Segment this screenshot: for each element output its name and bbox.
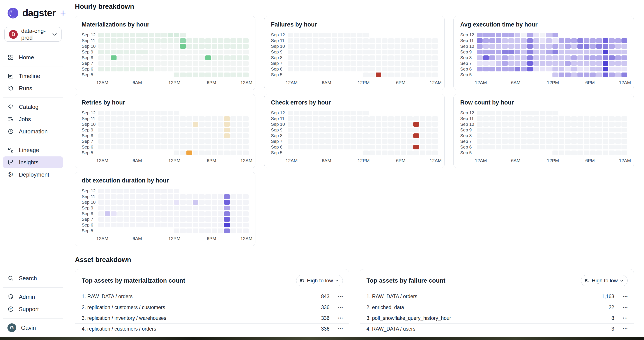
heatmap-cell bbox=[382, 111, 388, 115]
heatmap-cell bbox=[288, 116, 293, 121]
heatmap-cells bbox=[477, 33, 627, 37]
heatmap-cell bbox=[376, 72, 381, 77]
heatmap-cell bbox=[394, 145, 400, 150]
heatmap-cell bbox=[596, 67, 602, 72]
sidebar-item-timeline[interactable]: Timeline bbox=[3, 70, 63, 82]
heatmap-cells bbox=[477, 38, 627, 43]
sidebar-item-admin[interactable]: Admin bbox=[3, 291, 63, 303]
heatmap-cell bbox=[186, 38, 192, 43]
row-menu-button[interactable]: ••• bbox=[337, 294, 344, 300]
heatmap-cell bbox=[552, 50, 558, 54]
sidebar-item-user[interactable]: G Gavin bbox=[3, 322, 63, 334]
sidebar-item-search[interactable]: Search bbox=[3, 272, 63, 284]
x-tick-label: 6AM bbox=[322, 80, 331, 85]
heatmap-cell bbox=[558, 56, 564, 60]
desktop-wallpaper-edge bbox=[0, 337, 644, 340]
heatmap-cell bbox=[243, 38, 248, 43]
heatmap-cell bbox=[558, 44, 564, 49]
row-menu-button[interactable]: ••• bbox=[622, 326, 629, 332]
sidebar-item-lineage[interactable]: Lineage bbox=[3, 144, 63, 156]
heatmap-cell bbox=[394, 61, 400, 66]
heatmap-cell bbox=[205, 116, 211, 121]
row-menu-button[interactable]: ••• bbox=[622, 304, 629, 310]
shield-icon bbox=[8, 294, 14, 300]
heatmap-cell bbox=[540, 67, 546, 72]
heatmap-cell bbox=[552, 61, 558, 66]
heatmap-cell bbox=[357, 38, 362, 43]
sidebar-item-label: Jobs bbox=[19, 116, 31, 123]
heatmap-cell bbox=[590, 134, 596, 138]
heatmap-cell bbox=[136, 223, 142, 228]
sidebar-item-support[interactable]: ? Support bbox=[3, 303, 63, 315]
heatmap-cell bbox=[105, 217, 110, 222]
heatmap-cell bbox=[325, 44, 331, 49]
heatmap-cell bbox=[117, 200, 123, 204]
sidebar-item-label: Runs bbox=[19, 85, 32, 92]
heatmap-cell bbox=[426, 116, 432, 121]
jobs-icon bbox=[8, 116, 14, 122]
heatmap-cell bbox=[325, 128, 331, 132]
row-menu-button[interactable]: ••• bbox=[622, 315, 629, 321]
heatmap-cell bbox=[496, 33, 502, 37]
heatmap-cell bbox=[534, 139, 539, 144]
heatmap-cells bbox=[98, 217, 248, 222]
row-menu-button[interactable]: ••• bbox=[337, 326, 344, 332]
heatmap-cell bbox=[117, 145, 123, 150]
heatmap-cell bbox=[382, 56, 388, 60]
heatmap-cells bbox=[98, 212, 248, 216]
sort-order-dropdown[interactable]: High to low bbox=[581, 275, 628, 286]
heatmap-cell bbox=[180, 67, 186, 72]
row-menu-button[interactable]: ••• bbox=[622, 294, 629, 300]
heatmap-cell bbox=[105, 150, 110, 155]
heatmap-cell bbox=[199, 223, 204, 228]
heatmap-cell bbox=[117, 139, 123, 144]
heatmap-cell bbox=[325, 50, 331, 54]
heatmap-cell bbox=[224, 67, 230, 72]
sidebar-item-deployment[interactable]: ⚙ Deployment bbox=[3, 169, 63, 180]
heatmap-cell bbox=[98, 44, 104, 49]
row-menu-button[interactable]: ••• bbox=[337, 304, 344, 310]
heatmap-cell bbox=[111, 67, 116, 72]
divider bbox=[333, 304, 333, 310]
heatmap-cell bbox=[224, 194, 230, 199]
heatmap-cell bbox=[161, 38, 167, 43]
sidebar-item-jobs[interactable]: Jobs bbox=[3, 113, 63, 125]
heatmap-cell bbox=[98, 61, 104, 66]
heatmap-cell bbox=[357, 72, 362, 77]
sidebar-item-runs[interactable]: Runs bbox=[3, 82, 63, 94]
heatmap-cell bbox=[193, 111, 198, 115]
heatmap-cell bbox=[332, 67, 337, 72]
sort-order-dropdown[interactable]: High to low bbox=[296, 275, 343, 286]
heatmap-cell bbox=[300, 116, 306, 121]
heatmap-cell bbox=[142, 194, 148, 199]
row-menu-button[interactable]: ••• bbox=[337, 315, 344, 321]
heatmap-cell bbox=[218, 134, 224, 138]
heatmap-cell bbox=[496, 50, 502, 54]
heatmap-cell bbox=[420, 44, 426, 49]
sidebar-item-automation[interactable]: Automation bbox=[3, 126, 63, 137]
heatmap-cell bbox=[149, 228, 154, 233]
sidebar-item-catalog[interactable]: Catalog bbox=[3, 101, 63, 113]
heatmap-cell bbox=[615, 67, 621, 72]
heatmap-cell bbox=[205, 188, 211, 193]
sidebar-item-insights[interactable]: Insights bbox=[3, 156, 63, 168]
heatmap-cell bbox=[180, 116, 186, 121]
heatmap-cell bbox=[477, 111, 482, 115]
heatmap-cell bbox=[571, 72, 577, 77]
heatmap-row: Sep 10 bbox=[82, 44, 248, 49]
heatmap-cell bbox=[394, 50, 400, 54]
sidebar-item-home[interactable]: Home bbox=[3, 52, 63, 63]
heatmap-title: Retries by hour bbox=[82, 99, 248, 106]
heatmap-cell bbox=[237, 134, 242, 138]
heatmap-cell bbox=[237, 150, 242, 155]
heatmap-cell bbox=[596, 56, 602, 60]
heatmap-cell bbox=[521, 50, 526, 54]
heatmap-cell bbox=[394, 150, 400, 155]
deployment-switcher[interactable]: D data-eng-prod bbox=[4, 27, 62, 42]
sidebar-bottom: Search Admin ? Support G Gavin bbox=[0, 272, 66, 340]
heatmap-cell bbox=[382, 116, 388, 121]
x-tick-label: 12PM bbox=[547, 80, 559, 85]
asset-count: 22 bbox=[609, 304, 614, 310]
heatmap-cell bbox=[540, 50, 546, 54]
heatmap-cell bbox=[224, 116, 230, 121]
